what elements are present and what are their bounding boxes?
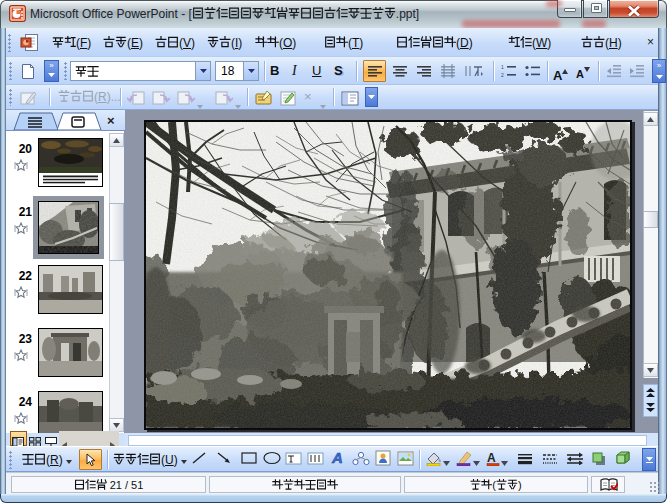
- svg-text:A: A: [331, 450, 343, 466]
- svg-text:2: 2: [501, 72, 504, 78]
- svg-text:1: 1: [501, 64, 504, 70]
- svg-text:A: A: [487, 451, 496, 465]
